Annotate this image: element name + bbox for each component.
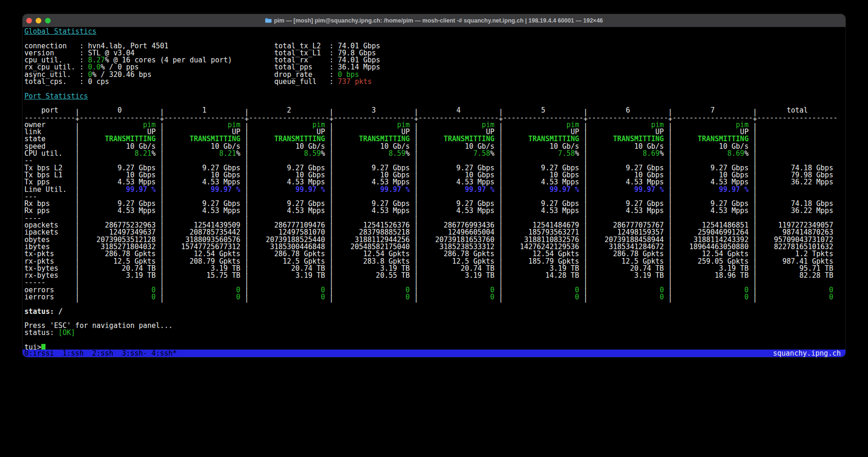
blank-line bbox=[24, 337, 845, 344]
stat-cell: 12541439509 bbox=[164, 222, 245, 229]
stat-cell: 9.27 Gbps bbox=[334, 165, 414, 172]
table-row: Line Util.|99.97 %|99.97 %|99.97 %|99.97… bbox=[24, 186, 845, 193]
window-title-text: pim — [mosh] pim@squanchy.ipng.ch: /home… bbox=[274, 17, 603, 24]
folder-icon bbox=[265, 18, 272, 23]
stat-cell: 0 bbox=[418, 294, 499, 301]
stat-cell: 4.53 Mpps bbox=[587, 207, 668, 214]
stat-cell: 4.53 Mpps bbox=[249, 207, 329, 214]
stat-cell: 12.54 Gpkts bbox=[672, 251, 753, 258]
stat-cell: 10 Gb/s bbox=[334, 143, 414, 150]
column-separator: | bbox=[583, 295, 587, 302]
spinner: / bbox=[58, 307, 62, 316]
stat-cell: 9.27 Gbps bbox=[249, 165, 329, 172]
stat-value: 737 pkts bbox=[338, 77, 372, 86]
stat-cell: 7.58% bbox=[418, 150, 499, 157]
port-column-header: port bbox=[24, 107, 75, 114]
stat-cell: 286.78 Gpkts bbox=[79, 251, 160, 258]
stat-cell: 12498159357 bbox=[587, 229, 668, 236]
stat-cell: 15.75 TB bbox=[164, 272, 245, 279]
stat-cell: TRANSMITTING bbox=[79, 136, 160, 143]
stat-cell: 3.19 TB bbox=[418, 272, 499, 279]
stat-cell: 20739188458944 bbox=[587, 236, 668, 244]
table-row: tx-bytes|20.74 TB|3.19 TB|20.74 TB|3.19 … bbox=[24, 265, 845, 272]
stat-cell: 4.53 Mpps bbox=[503, 179, 584, 186]
row-label: speed bbox=[24, 143, 75, 150]
row-label: obytes bbox=[24, 236, 75, 244]
stat-cell: 3185300446848 bbox=[249, 244, 329, 251]
minimize-button[interactable] bbox=[36, 18, 41, 23]
port-column-header: 1 bbox=[164, 107, 245, 114]
total-cell: 987414870263 bbox=[757, 229, 838, 236]
stat-cell: 9.27 Gbps bbox=[334, 200, 414, 207]
stat-cell: 9.27 Gbps bbox=[79, 165, 160, 172]
table-row: Tx bps L2|9.27 Gbps|9.27 Gbps|9.27 Gbps|… bbox=[24, 165, 845, 172]
table-row: tx-pkts|286.78 Gpkts|12.54 Gpkts|286.78 … bbox=[24, 251, 845, 258]
stat-cell: 9.27 Gbps bbox=[79, 200, 160, 207]
stat-cell: 10 Gbps bbox=[79, 172, 160, 179]
row-label: Rx pps bbox=[24, 207, 75, 214]
close-button[interactable] bbox=[26, 18, 32, 23]
tmux-window-list[interactable]: 0:irssi 1:ssh 2:ssh 3:ssh- 4:ssh* bbox=[24, 350, 177, 357]
stat-cell: 12496605004 bbox=[418, 229, 499, 236]
table-row: Tx bps L1|10 Gbps|10 Gbps|10 Gbps|10 Gbp… bbox=[24, 172, 845, 179]
zoom-button[interactable] bbox=[45, 18, 51, 23]
stat-cell: 99.97 % bbox=[672, 186, 753, 193]
stat-value: 0 cps bbox=[88, 77, 109, 86]
global-stats-section: connection : hvn4.lab, Port 4501total_tx… bbox=[24, 43, 845, 86]
stat-cell: 9.27 Gbps bbox=[164, 200, 245, 207]
rule-segment: ------------------- bbox=[164, 114, 245, 122]
stat-cell: 12.5 Gpkts bbox=[79, 258, 160, 265]
stat-cell: 283.8 Gpkts bbox=[334, 258, 414, 265]
row-label: tx-pkts bbox=[24, 251, 75, 258]
rule-segment: ------------------- bbox=[334, 114, 414, 122]
stat-cell: 0 bbox=[503, 294, 584, 301]
row-label: rx-bytes bbox=[24, 272, 75, 279]
stat-cell: 12541526376 bbox=[334, 222, 414, 229]
stat-cell: 99.97 % bbox=[79, 186, 160, 193]
stat-cell: 3185238533312 bbox=[418, 244, 499, 251]
stat-cell: 0 bbox=[164, 287, 245, 294]
row-separator-label: ----- bbox=[24, 279, 75, 286]
column-separator: | bbox=[75, 295, 79, 302]
stat-cell: 8.69% bbox=[587, 150, 668, 157]
tmux-hostname: squanchy.ipng.ch bbox=[773, 350, 841, 357]
stat-cell: 10 Gbps bbox=[503, 172, 584, 179]
stat-cell: UP bbox=[587, 129, 668, 136]
terminal-content[interactable]: Global Statistics connection : hvn4.lab,… bbox=[23, 27, 845, 357]
stat-cell: 208785735442 bbox=[164, 229, 245, 236]
table-row: port|0|1|2|3|4|5|6|7|total bbox=[24, 107, 845, 114]
stat-cell: 7.58% bbox=[503, 150, 584, 157]
stat-cell: 4.53 Mpps bbox=[334, 179, 414, 186]
stat-cell: 20.74 TB bbox=[587, 265, 668, 272]
port-stats-heading: Port Statistics bbox=[24, 93, 845, 100]
rule-segment: ------------ bbox=[24, 114, 75, 122]
stat-cell: 10 Gbps bbox=[249, 172, 329, 179]
stat-cell: 9.27 Gbps bbox=[587, 165, 668, 172]
status-ok-value: [OK] bbox=[58, 328, 75, 337]
stat-cell: 4.53 Mpps bbox=[164, 207, 245, 214]
table-row: rx-bytes|3.19 TB|15.75 TB|3.19 TB|20.55 … bbox=[24, 272, 845, 279]
stat-cell: 9.27 Gbps bbox=[503, 200, 584, 207]
global-stat-line: cpu_util. : 8.27% @ 16 cores (4 per dual… bbox=[24, 57, 845, 64]
global-stats-left: total_cps. : 0 cps bbox=[24, 78, 274, 85]
row-label: link bbox=[24, 129, 75, 136]
global-stat-line: async_util. : 0% / 320.46 bpsdrop_rate :… bbox=[24, 71, 845, 78]
stat-cell: TRANSMITTING bbox=[334, 136, 414, 143]
stat-cell: 8.21% bbox=[164, 150, 245, 157]
column-separator: | bbox=[329, 295, 334, 302]
stat-cell: 12.54 Gpkts bbox=[164, 251, 245, 258]
table-row: ------------+-------------------+-------… bbox=[24, 114, 845, 122]
stat-cell: 4.53 Mpps bbox=[672, 207, 753, 214]
window-titlebar[interactable]: pim — [mosh] pim@squanchy.ipng.ch: /home… bbox=[23, 14, 845, 27]
column-separator: | bbox=[414, 295, 418, 302]
port-column-header: 2 bbox=[249, 107, 329, 114]
stat-cell: 4.53 Mpps bbox=[249, 179, 329, 186]
stat-cell: TRANSMITTING bbox=[418, 136, 499, 143]
stat-cell: pim bbox=[587, 122, 668, 129]
stat-cell: pim bbox=[249, 122, 329, 129]
stat-cell: 3.19 TB bbox=[503, 265, 584, 272]
stat-cell: TRANSMITTING bbox=[249, 136, 329, 143]
stat-cell: UP bbox=[418, 129, 499, 136]
stat-cell: 0 bbox=[587, 287, 668, 294]
stat-cell: 3188110832576 bbox=[503, 236, 584, 244]
